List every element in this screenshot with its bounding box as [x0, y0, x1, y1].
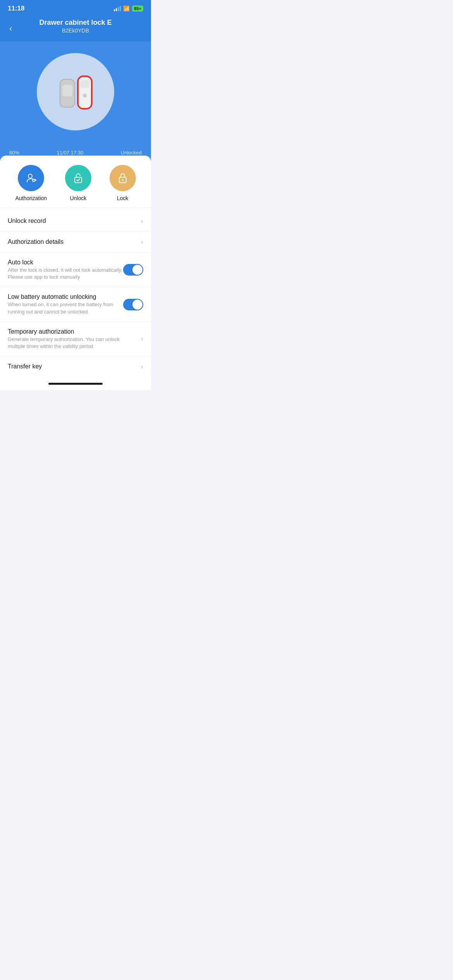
status-time: 11:18	[8, 5, 24, 12]
unlock-label: Unlock	[70, 195, 86, 201]
low-battery-title: Low battery automatic unlocking	[8, 293, 123, 300]
authorization-icon	[25, 172, 37, 184]
low-battery-subtitle: When turned on, it can prevent the batte…	[8, 301, 123, 315]
date-info: 11/07 17:30	[57, 150, 84, 156]
unlock-record-item[interactable]: Unlock record ›	[0, 211, 151, 232]
hero-section	[0, 41, 151, 150]
temporary-authorization-subtitle: Generate temporary authorization. You ca…	[8, 336, 136, 350]
low-battery-toggle[interactable]	[123, 299, 143, 310]
svg-rect-1	[62, 85, 72, 96]
unlock-action[interactable]: Unlock	[65, 165, 91, 201]
temporary-authorization-item[interactable]: Temporary authorization Generate tempora…	[0, 322, 151, 356]
svg-rect-3	[80, 80, 89, 88]
lock-status: Unlocked	[121, 150, 142, 156]
device-circle	[37, 53, 114, 130]
auto-lock-item: Auto lock After the lock is closed, it w…	[0, 253, 151, 287]
auto-lock-toggle-thumb	[132, 265, 142, 275]
svg-point-4	[83, 94, 87, 98]
home-indicator	[0, 377, 151, 390]
authorization-circle	[18, 165, 44, 191]
authorization-action[interactable]: Authorization	[15, 165, 47, 201]
auto-lock-toggle[interactable]	[123, 264, 143, 276]
authorization-label: Authorization	[15, 195, 47, 201]
auto-lock-subtitle: After the lock is closed, it will not lo…	[8, 267, 123, 281]
lock-action[interactable]: Lock	[110, 165, 136, 201]
authorization-details-item[interactable]: Authorization details ›	[0, 232, 151, 253]
auto-lock-title: Auto lock	[8, 259, 123, 266]
signal-icon	[114, 6, 121, 11]
transfer-key-item[interactable]: Transfer key ›	[0, 356, 151, 377]
temporary-authorization-title: Temporary authorization	[8, 328, 136, 335]
unlock-circle	[65, 165, 91, 191]
status-icons: 📶 85+	[114, 5, 143, 12]
back-button[interactable]: ‹	[6, 21, 15, 37]
unlock-record-chevron: ›	[141, 217, 143, 225]
battery-info: 80%	[9, 150, 19, 156]
unlock-record-title: Unlock record	[8, 218, 136, 224]
authorization-details-chevron: ›	[141, 238, 143, 246]
home-bar	[48, 383, 103, 385]
page-header: ‹ Drawer cabinet lock E B2Ek0YDB	[0, 15, 151, 41]
transfer-key-chevron: ›	[141, 363, 143, 371]
low-battery-item: Low battery automatic unlocking When tur…	[0, 287, 151, 322]
lock-circle	[110, 165, 136, 191]
temporary-authorization-chevron: ›	[141, 335, 143, 343]
menu-section: Unlock record › Authorization details › …	[0, 211, 151, 377]
svg-point-9	[122, 179, 124, 181]
unlock-icon	[72, 172, 84, 184]
transfer-key-title: Transfer key	[8, 363, 136, 370]
battery-badge: 85+	[132, 5, 143, 12]
page-title: Drawer cabinet lock E	[19, 19, 132, 27]
device-id: B2Ek0YDB	[19, 27, 132, 34]
authorization-details-title: Authorization details	[8, 238, 136, 245]
action-row: Authorization Unlock	[0, 156, 151, 208]
lock-icon	[117, 172, 129, 184]
low-battery-toggle-thumb	[132, 300, 142, 310]
wifi-icon: 📶	[123, 5, 130, 12]
main-panel: Authorization Unlock	[0, 156, 151, 377]
svg-point-5	[28, 174, 32, 178]
device-illustration	[52, 69, 99, 115]
lock-label: Lock	[117, 195, 129, 201]
status-bar: 11:18 📶 85+	[0, 0, 151, 15]
